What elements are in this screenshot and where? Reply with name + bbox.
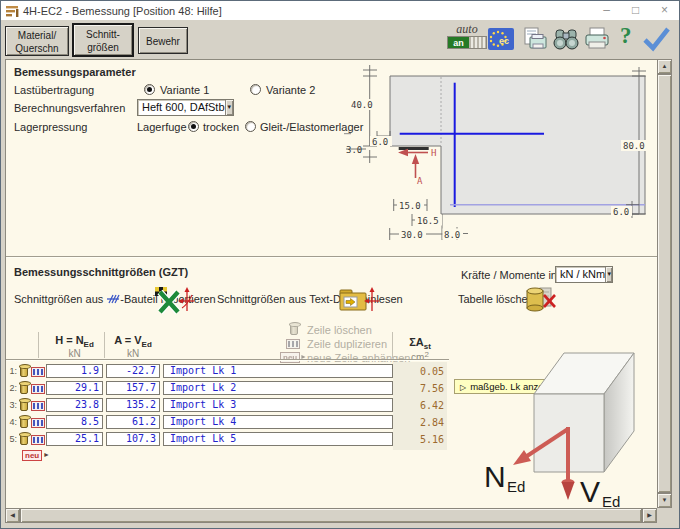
section-title-schnittgroessen: Bemessungsschnittgrößen (GZT) — [14, 266, 188, 278]
lastuebertragung-label: Lastübertragung — [14, 84, 94, 96]
main-panel: Bemessungsparameter Lastübertragung Vari… — [5, 59, 657, 508]
loadcase-name-input[interactable]: Import Lk 4 — [163, 415, 393, 429]
duplicate-row-icon[interactable] — [31, 384, 45, 394]
v-input[interactable]: 107.3 — [106, 432, 160, 446]
help-icon[interactable]: ? — [620, 23, 632, 49]
auto-on-label: an — [448, 37, 469, 48]
column-separator — [38, 332, 39, 358]
ved-sub-label: Ed — [602, 493, 620, 509]
legend-duplicate-label: Zeile duplizieren — [307, 338, 387, 350]
loadcase-name-input[interactable]: Import Lk 3 — [163, 398, 393, 412]
row-number: 4: — [6, 417, 17, 427]
v-input[interactable]: 135.2 — [106, 398, 160, 412]
ned-sub-label: Ed — [507, 478, 525, 495]
delete-row-legend-icon — [290, 324, 298, 335]
print-icon[interactable] — [583, 27, 611, 51]
duplicate-row-icon[interactable] — [31, 401, 45, 411]
tab-label: größen — [74, 41, 132, 54]
tab-label: Schnitt- — [74, 28, 132, 41]
radio-variante1[interactable] — [144, 84, 155, 95]
sum-value: 5.16 — [396, 434, 444, 445]
delete-row-icon[interactable] — [20, 366, 28, 377]
h-input[interactable]: 25.1 — [46, 432, 103, 446]
h-input[interactable]: 23.8 — [46, 398, 103, 412]
scroll-left-button[interactable]: ◀ — [5, 508, 20, 523]
duplicate-row-icon[interactable] — [31, 435, 45, 445]
clear-table-icon[interactable] — [525, 286, 557, 315]
h-input[interactable]: 1.9 — [46, 364, 103, 378]
force-cube-drawing: N Ed V Ed — [480, 347, 660, 509]
append-row-legend-icon: neu — [280, 352, 300, 363]
ved-label: V — [580, 475, 600, 508]
row-number: 1: — [6, 366, 17, 376]
h-input[interactable]: 8.5 — [46, 415, 103, 429]
minimize-button[interactable]: – — [592, 1, 621, 20]
dim-8: 8.0 — [444, 230, 460, 240]
toggle-slide — [469, 37, 486, 48]
horizontal-scroll-thumb[interactable] — [20, 508, 642, 523]
section-divider — [6, 256, 657, 258]
units-select[interactable]: kN / kNm ▼ — [555, 266, 613, 283]
col2-header: A = VEd — [106, 334, 160, 349]
scroll-down-button[interactable]: ▼ — [657, 493, 672, 508]
method-select[interactable]: Heft 600, DAfStb ▼ — [137, 99, 234, 116]
dim-30: 30.0 — [401, 230, 423, 240]
scroll-up-button[interactable]: ▲ — [657, 59, 672, 74]
tab-schnittgroessen[interactable]: Schnitt- größen — [72, 23, 134, 57]
scroll-right-button[interactable]: ▶ — [642, 508, 657, 523]
tab-label: Bewehr — [139, 30, 187, 53]
titlebar: 4H-EC2 - Bemessung [Position 48: Hilfe] … — [1, 1, 679, 20]
textfile-import-icon[interactable] — [339, 287, 379, 314]
4h-logo-icon — [106, 294, 120, 304]
force-a-label: A — [417, 176, 423, 186]
units-label: Kräfte / Momente in — [461, 269, 557, 281]
sum-header: ΣAst — [394, 336, 446, 351]
dropdown-arrow-icon[interactable]: ▼ — [225, 100, 233, 115]
h-input[interactable]: 29.1 — [46, 381, 103, 395]
berechnungsverfahren-label: Berechnungsverfahren — [14, 102, 125, 114]
vertical-scroll-thumb[interactable] — [657, 74, 672, 493]
append-row-button[interactable]: neu — [22, 450, 42, 461]
clear-table-label: Tabelle löschen — [458, 293, 534, 305]
duplicate-row-icon[interactable] — [31, 418, 45, 428]
variante1-label: Variante 1 — [160, 84, 209, 96]
duplicate-row-icon[interactable] — [31, 367, 45, 377]
auto-toggle[interactable]: an — [447, 36, 487, 49]
radio-trocken[interactable] — [188, 121, 199, 132]
tab-bewehrung[interactable]: Bewehr — [138, 27, 188, 54]
delete-row-icon[interactable] — [20, 383, 28, 394]
binoculars-icon[interactable] — [552, 27, 580, 51]
column-separator — [104, 332, 105, 358]
close-button[interactable]: × — [650, 1, 679, 20]
maximize-button[interactable]: □ — [621, 1, 650, 20]
vertical-scrollbar[interactable]: ▲ ▼ — [657, 59, 672, 508]
units-value: kN / kNm — [556, 267, 605, 282]
dropdown-arrow-icon[interactable]: ▼ — [605, 267, 612, 282]
toolbar: Material/ Querschn Schnitt- größen Beweh… — [1, 20, 679, 59]
loadcase-name-input[interactable]: Import Lk 5 — [163, 432, 393, 446]
confirm-check-icon[interactable] — [641, 26, 671, 52]
eurocode-icon[interactable]: ec — [488, 28, 514, 50]
radio-gleitlager[interactable] — [245, 121, 256, 132]
v-input[interactable]: 157.7 — [106, 381, 160, 395]
loadcase-name-input[interactable]: Import Lk 2 — [163, 381, 393, 395]
tab-material-querschnitt[interactable]: Material/ Querschn — [5, 26, 69, 56]
legend-delete-label: Zeile löschen — [307, 324, 372, 336]
delete-row-icon[interactable] — [20, 434, 28, 445]
loadcase-name-input[interactable]: Import Lk 1 — [163, 364, 393, 378]
radio-variante2[interactable] — [250, 84, 261, 95]
v-input[interactable]: -22.7 — [106, 364, 160, 378]
import-label-pre: Schnittgrößen aus — [14, 293, 103, 305]
delete-row-icon[interactable] — [20, 400, 28, 411]
dim-80: 80.0 — [623, 141, 645, 151]
ned-label: N — [484, 460, 506, 493]
import-bauteil-icon[interactable] — [155, 287, 195, 314]
lagerfuge-label: Lagerfuge — [137, 121, 187, 133]
section-drawing: H A — [344, 62, 656, 258]
dim-3: 3.0 — [346, 145, 362, 155]
copy-print-icon[interactable] — [522, 27, 548, 51]
delete-row-icon[interactable] — [20, 417, 28, 428]
horizontal-scrollbar[interactable]: ◀ ▶ — [5, 508, 657, 523]
table-header-divider — [6, 359, 449, 361]
v-input[interactable]: 61.2 — [106, 415, 160, 429]
